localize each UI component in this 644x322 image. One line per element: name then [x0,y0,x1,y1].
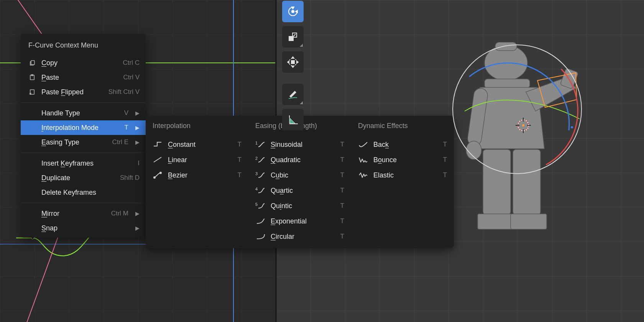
menu-paste[interactable]: Paste Ctrl V [21,70,146,85]
submenu-label: Bezier [168,171,187,179]
rotate-gizmo[interactable] [450,42,584,176]
viewport-3d[interactable] [277,0,644,322]
menu-mirror[interactable]: Mirror Ctrl M ▶ [21,206,146,221]
bezier-icon [153,171,163,179]
submenu-shortcut: T [238,141,242,148]
submenu-label: Constant [168,141,196,149]
svg-text:4: 4 [255,187,258,191]
submenu-heading: Interpolation [146,118,248,137]
chevron-right-icon: ▶ [135,110,140,116]
svg-text:2: 2 [255,156,258,161]
menu-shortcut: I [138,159,140,167]
svg-text:1: 1 [255,141,258,145]
step-icon [153,141,163,148]
menu-shortcut: Ctrl M [111,210,128,217]
submenu-shortcut: T [238,171,242,179]
ease-2-icon: 2 [255,156,265,164]
menu-label: Mirror [41,210,59,218]
svg-point-6 [160,172,161,174]
menu-shortcut: V [124,109,128,117]
ease-1-icon: 1 [255,141,265,148]
ease-4-icon: 4 [255,187,265,194]
interp-linear[interactable]: Linear T [146,152,248,168]
context-menu-title: F-Curve Context Menu [21,36,146,56]
svg-point-34 [571,126,573,128]
menu-separator [21,203,146,203]
menu-separator [21,102,146,103]
ease-circ-icon [255,233,265,240]
menu-label: Interpolation Mode [41,124,99,132]
menu-label: Paste Flipped [41,88,84,96]
menu-shortcut: Ctrl C [123,59,140,67]
menu-duplicate[interactable]: Duplicate Shift D [21,171,146,185]
menu-label: Snap [41,224,58,232]
menu-shortcut: Shift D [120,174,140,182]
menu-shortcut: Ctrl E [112,138,129,146]
svg-rect-1 [31,61,34,65]
menu-copy[interactable]: Copy Ctrl C [21,56,146,70]
submenu-col-interpolation: Interpolation Constant T Linear T Bezier… [146,118,248,244]
interp-bezier[interactable]: Bezier T [146,168,248,183]
menu-label: Handle Type [41,109,80,117]
cursor-3d-icon [514,116,532,135]
menu-insert-keyframes[interactable]: Insert Keyframes I [21,156,146,171]
submenu-shortcut: T [238,156,242,164]
paste-flipped-icon [28,89,36,95]
copy-icon [28,59,36,66]
chevron-right-icon: ▶ [135,125,140,131]
chevron-right-icon: ▶ [135,225,140,231]
menu-paste-flipped[interactable]: Paste Flipped Shift Ctrl V [21,85,146,99]
menu-shortcut: Ctrl V [123,74,140,81]
ease-3-icon: 3 [255,171,265,179]
interp-constant[interactable]: Constant T [146,137,248,152]
menu-handle-type[interactable]: Handle Type V ▶ [21,106,146,120]
menu-label: Paste [41,74,59,82]
menu-separator [21,153,146,153]
menu-easing-type[interactable]: Easing Type Ctrl E ▶ [21,135,146,150]
ease-5-icon: 5 [255,202,265,210]
menu-snap[interactable]: Snap ▶ [21,221,146,235]
menu-delete-keyframes[interactable]: Delete Keyframes [21,185,146,200]
svg-text:3: 3 [255,171,258,176]
menu-shortcut: T [125,124,128,131]
svg-point-5 [154,177,155,178]
fcurve-context-menu: F-Curve Context Menu Copy Ctrl C Paste C… [21,34,146,238]
svg-point-37 [522,124,524,127]
chevron-right-icon: ▶ [135,139,140,145]
menu-label: Delete Keyframes [41,189,96,197]
menu-shortcut: Shift Ctrl V [108,88,140,96]
submenu-label: Linear [168,156,187,164]
chevron-right-icon: ▶ [135,210,140,217]
paste-icon [28,74,36,81]
svg-text:5: 5 [255,202,258,207]
menu-label: Duplicate [41,174,70,182]
menu-label: Copy [41,59,58,67]
linear-icon [153,156,163,164]
svg-rect-31 [511,214,547,229]
svg-rect-30 [478,214,514,229]
ease-expo-icon [255,217,265,225]
menu-interpolation-mode[interactable]: Interpolation Mode T ▶ [21,120,146,135]
menu-label: Easing Type [41,138,79,146]
menu-label: Insert Keyframes [41,159,94,168]
